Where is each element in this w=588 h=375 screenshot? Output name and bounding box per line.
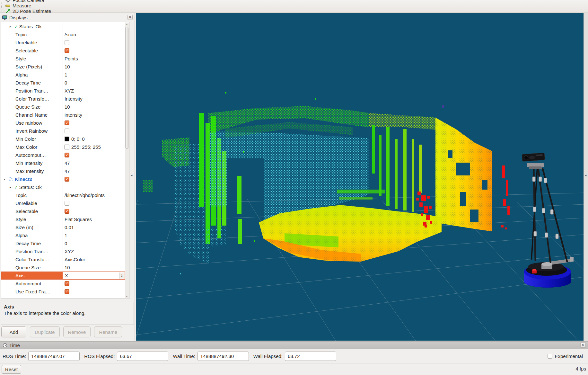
property-value-cell[interactable]: 1 ▲▼ [63, 71, 125, 79]
property-value-cell[interactable]: ▲▼ [63, 127, 125, 135]
property-row[interactable]: ✓ Autocomput… ▲▼ [1, 280, 125, 288]
experimental-toggle[interactable]: Experimental [548, 353, 583, 359]
property-value-cell[interactable]: /kinect2/qhd/points ▲▼ [63, 191, 125, 199]
time-field-input[interactable] [28, 352, 80, 361]
toolbar-button[interactable]: Focus Camera [5, 0, 51, 3]
property-row[interactable]: ✓ Unreliable ▲▼ [1, 39, 125, 47]
property-value-cell[interactable]: ▲▼ [63, 151, 125, 159]
property-row[interactable]: ✓ Decay Time 0 ▲▼ [1, 239, 125, 247]
property-row[interactable]: ✓ Topic /kinect2/qhd/points ▲▼ [1, 191, 125, 199]
property-value-cell[interactable]: XYZ ▲▼ [63, 87, 125, 95]
property-value-cell[interactable]: 47 ▲▼ [63, 167, 125, 175]
property-value-cell[interactable]: 1 ▲▼ [63, 231, 125, 239]
display-action-button[interactable]: Duplicate [30, 326, 60, 337]
property-row[interactable]: ✓ Use rainbow ▲▼ [1, 119, 125, 127]
property-value-cell[interactable]: XYZ ▲▼ [63, 247, 125, 255]
toolbar-button[interactable]: Measure [5, 3, 51, 8]
property-value-cell[interactable]: 0; 0; 0 ▲▼ [63, 135, 125, 143]
property-value-cell[interactable]: 10 ▲▼ [63, 263, 125, 272]
close-icon[interactable]: × [580, 343, 585, 348]
property-row[interactable]: ✓ Axis X ▲▼ [1, 272, 125, 280]
reset-button[interactable]: Reset [2, 365, 21, 374]
property-checkbox[interactable] [65, 177, 69, 182]
property-row[interactable]: ✓ Color Transfo… Intensity ▲▼ [1, 95, 125, 103]
property-row[interactable]: ✓ Position Tran… XYZ ▲▼ [1, 247, 125, 255]
display-action-button[interactable]: Remove [63, 326, 91, 337]
time-field-input[interactable] [117, 352, 168, 361]
property-row[interactable]: ✓ Alpha 1 ▲▼ [1, 71, 125, 79]
expander-icon[interactable]: ▾ [4, 177, 8, 181]
property-value-cell[interactable]: ▲▼ [63, 47, 125, 55]
property-row[interactable]: ✓ Selectable ▲▼ [1, 207, 125, 215]
property-value-cell[interactable]: ▲▼ [63, 288, 125, 296]
property-value-cell[interactable]: intensity ▲▼ [63, 111, 125, 119]
property-checkbox[interactable] [65, 153, 69, 157]
property-value-cell[interactable]: ▲▼ [63, 22, 125, 31]
scrollbar-thumb[interactable] [125, 27, 128, 149]
property-value-cell[interactable]: ▲▼ [63, 199, 125, 207]
scroll-down-icon[interactable]: ▼ [125, 295, 129, 298]
property-value-cell[interactable]: Intensity ▲▼ [63, 95, 125, 103]
property-value-cell[interactable]: ▲▼ [63, 183, 125, 191]
property-value-cell[interactable]: ▲▼ [63, 207, 125, 215]
property-checkbox[interactable] [65, 209, 69, 214]
property-value-cell[interactable]: 0 ▲▼ [63, 79, 125, 87]
property-checkbox[interactable] [65, 40, 69, 45]
property-row[interactable]: ✓ Max Intensity 47 ▲▼ [1, 167, 125, 175]
property-row[interactable]: ✓ Style Flat Squares ▲▼ [1, 215, 125, 223]
property-checkbox[interactable] [65, 289, 69, 294]
property-row[interactable]: ✓ Topic /scan ▲▼ [1, 31, 125, 39]
close-icon[interactable]: × [127, 15, 133, 20]
property-row[interactable]: ✓ Min Intensity 47 ▲▼ [1, 159, 125, 167]
spin-down-icon[interactable]: ▼ [121, 276, 123, 278]
scroll-up-icon[interactable]: ▲ [125, 22, 129, 26]
property-row[interactable]: ✓ Queue Size 10 ▲▼ [1, 263, 125, 272]
property-value-cell[interactable]: 255; 255; 255 ▲▼ [63, 143, 125, 151]
property-row[interactable]: ✓ Invert Rainbow ▲▼ [1, 127, 125, 135]
property-value-cell[interactable]: Flat Squares ▲▼ [63, 215, 125, 223]
property-row[interactable]: ✓ Max Color 255; 255; 255 ▲▼ [1, 143, 125, 151]
property-checkbox[interactable] [65, 121, 69, 125]
property-row[interactable]: ✓ Alpha 1 ▲▼ [1, 231, 125, 239]
property-row[interactable]: ✓ Size (Pixels) 10 ▲▼ [1, 63, 125, 71]
property-row[interactable]: ✓ Decay Time 0 ▲▼ [1, 79, 125, 87]
property-checkbox[interactable] [65, 201, 69, 206]
display-action-button[interactable]: Add [1, 326, 26, 337]
property-row[interactable]: ✓ Style Points ▲▼ [1, 55, 125, 63]
time-field-input[interactable] [285, 352, 336, 361]
time-panel-titlebar[interactable]: Time × [0, 341, 588, 349]
property-row[interactable]: ✓ Unreliable ▲▼ [1, 199, 125, 207]
property-row[interactable]: ✓ Position Tran… XYZ ▲▼ [1, 87, 125, 95]
property-row[interactable]: ✓ Size (m) 0.01 ▲▼ [1, 223, 125, 231]
experimental-checkbox[interactable] [548, 354, 552, 359]
property-value-cell[interactable]: 10 ▲▼ [63, 103, 125, 111]
property-value-cell[interactable]: Points ▲▼ [63, 55, 125, 63]
property-value-cell[interactable]: X ▲▼ [63, 272, 125, 279]
expander-icon[interactable]: ▸ [10, 25, 14, 28]
property-checkbox[interactable] [65, 129, 69, 133]
property-value-cell[interactable]: ▲▼ [63, 119, 125, 127]
property-value-cell[interactable]: /scan ▲▼ [63, 31, 125, 39]
property-row[interactable]: ✓ Queue Size 10 ▲▼ [1, 103, 125, 111]
right-panel-collapsed-strip[interactable]: ◀ [584, 13, 588, 341]
property-row[interactable]: ▾ ✓ Kinect2 ▲▼ [1, 175, 125, 183]
property-value-cell[interactable]: AxisColor ▲▼ [63, 255, 125, 263]
expander-icon[interactable]: ▸ [10, 185, 14, 189]
property-value-cell[interactable]: 10 ▲▼ [63, 63, 125, 71]
property-value-cell[interactable]: 0 ▲▼ [63, 239, 125, 247]
display-action-button[interactable]: Rename [94, 326, 122, 337]
property-value-cell[interactable]: ▲▼ [63, 175, 125, 183]
property-row[interactable]: ✓ Autocomput… ▲▼ [1, 151, 125, 159]
property-row[interactable]: ✓ Color Transfo… AxisColor ▲▼ [1, 255, 125, 263]
property-row[interactable]: ▸ ✓ Status: Ok ▲▼ [1, 22, 125, 31]
time-field-input[interactable] [197, 352, 249, 361]
property-value-cell[interactable]: 0.01 ▲▼ [63, 223, 125, 231]
property-checkbox[interactable] [65, 281, 69, 286]
property-checkbox[interactable] [65, 48, 69, 53]
property-row[interactable]: ▸ ✓ Status: Ok ▲▼ [1, 183, 125, 191]
spinner-buttons[interactable]: ▲▼ [119, 272, 124, 279]
displays-titlebar[interactable]: Displays × [0, 13, 135, 21]
property-row[interactable]: ✓ Channel Name intensity ▲▼ [1, 111, 125, 119]
property-value-cell[interactable]: ▲▼ [63, 39, 125, 47]
property-value-cell[interactable]: ▲▼ [63, 280, 125, 288]
